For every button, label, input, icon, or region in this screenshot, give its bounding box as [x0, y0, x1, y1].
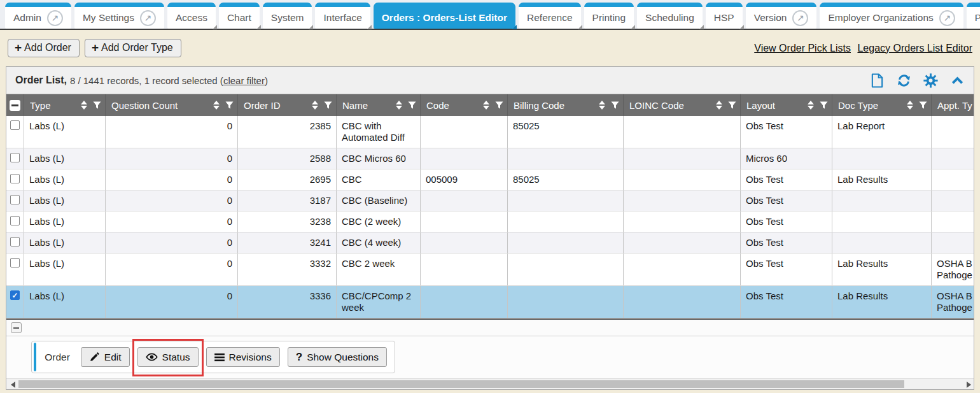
filter-icon[interactable]: [611, 101, 619, 110]
table-cell: [932, 232, 974, 253]
tab-chart[interactable]: Chart: [219, 3, 260, 29]
external-link-icon[interactable]: ↗: [140, 10, 156, 26]
sort-icon[interactable]: [396, 101, 402, 110]
filter-icon[interactable]: [324, 101, 332, 110]
select-all-checkbox[interactable]: [6, 94, 24, 116]
horizontal-scrollbar[interactable]: [6, 378, 974, 389]
column-header-doc-type[interactable]: Doc Type: [832, 94, 932, 116]
sort-icon[interactable]: [808, 101, 814, 110]
external-link-icon[interactable]: ↗: [792, 10, 808, 26]
tab-system[interactable]: System: [263, 3, 312, 29]
column-header-order-id[interactable]: Order ID: [238, 94, 337, 116]
tab-admin[interactable]: Admin↗: [5, 3, 71, 29]
add-order-type-button[interactable]: + Add Order Type: [85, 39, 181, 57]
filter-icon[interactable]: [93, 101, 101, 110]
revisions-button[interactable]: Revisions: [206, 347, 280, 367]
external-link-icon[interactable]: ↗: [939, 10, 955, 26]
orders-toolbar: + Add Order + Add Order Type View Order …: [0, 30, 980, 66]
scroll-left-icon[interactable]: [11, 382, 15, 388]
tab-hsp[interactable]: HSP: [706, 3, 743, 29]
column-label: Order ID: [244, 100, 309, 111]
table-cell: 2588: [238, 148, 337, 169]
filter-icon[interactable]: [495, 101, 503, 110]
column-header-loinc-code[interactable]: LOINC Code: [624, 94, 741, 116]
column-label: LOINC Code: [629, 100, 713, 111]
row-checkbox[interactable]: [10, 174, 20, 183]
indeterminate-checkbox-icon[interactable]: [10, 100, 20, 111]
tab-version[interactable]: Version↗: [746, 3, 817, 29]
table-row[interactable]: Labs (L)02695CBC00500985025Obs TestLab R…: [6, 169, 974, 190]
status-button[interactable]: Status: [137, 347, 199, 367]
sort-icon[interactable]: [599, 101, 605, 110]
scrollbar-thumb[interactable]: [18, 380, 904, 388]
tab-orders-orders-list-editor[interactable]: Orders : Orders-List Editor: [374, 3, 515, 29]
row-checkbox[interactable]: ✓: [10, 290, 20, 300]
table-cell: 0: [106, 211, 238, 232]
column-header-billing-code[interactable]: Billing Code: [508, 94, 624, 116]
table-row[interactable]: Labs (L)03332CBC 2 weekObs TestLab Resul…: [6, 254, 974, 286]
sort-icon[interactable]: [907, 101, 913, 110]
sort-icon[interactable]: [483, 101, 489, 110]
column-header-layout[interactable]: Layout: [741, 94, 832, 116]
external-link-icon[interactable]: ↗: [47, 10, 63, 26]
table-cell: Labs (L): [24, 232, 106, 253]
row-checkbox[interactable]: [10, 195, 20, 204]
gear-icon[interactable]: [923, 73, 938, 88]
tab-scheduling[interactable]: Scheduling: [637, 3, 703, 29]
show-questions-button-wrap: ?Show Questions: [288, 347, 387, 367]
table-row[interactable]: Labs (L)03241CBC (4 week)Obs Test: [6, 232, 974, 254]
table-cell: OSHA B Pathoge: [932, 286, 974, 318]
column-header-type[interactable]: Type: [24, 94, 106, 116]
filter-icon[interactable]: [225, 101, 234, 110]
collapse-detail-icon[interactable]: [11, 322, 22, 333]
table-row[interactable]: Labs (L)02588CBC Micros 60Micros 60: [6, 148, 974, 169]
tab-printing[interactable]: Printing: [584, 3, 634, 29]
tab-reference[interactable]: Reference: [519, 3, 581, 29]
order-table-body: Labs (L)02385CBC with Automated Diff8502…: [6, 116, 974, 320]
refresh-icon[interactable]: [897, 73, 911, 88]
column-header-question-count[interactable]: Question Count: [106, 94, 238, 116]
table-cell: [932, 116, 974, 148]
clear-filter-link[interactable]: clear filter: [223, 75, 265, 86]
filter-icon[interactable]: [919, 101, 927, 110]
tab-employer-organizations[interactable]: Employer Organizations↗: [820, 3, 963, 29]
view-order-pick-lists-link[interactable]: View Order Pick Lists: [754, 43, 851, 54]
tab-interface[interactable]: Interface: [315, 3, 370, 29]
table-row[interactable]: Labs (L)03187CBC (Baseline)Obs Test: [6, 190, 974, 211]
column-header-code[interactable]: Code: [421, 94, 508, 116]
add-order-button[interactable]: + Add Order: [8, 39, 80, 57]
row-checkbox[interactable]: [10, 237, 20, 247]
legacy-orders-list-editor-link[interactable]: Legacy Orders List Editor: [857, 43, 972, 54]
row-checkbox-cell: [6, 232, 24, 253]
order-actions-panel: Order EditStatusRevisions?Show Questions: [31, 341, 395, 373]
edit-button[interactable]: Edit: [81, 347, 130, 367]
table-row[interactable]: Labs (L)03238CBC (2 week)Obs Test: [6, 211, 974, 232]
sort-icon[interactable]: [312, 101, 318, 110]
sort-icon[interactable]: [716, 101, 722, 110]
row-checkbox[interactable]: [10, 120, 20, 130]
table-cell: [508, 254, 624, 285]
filter-icon[interactable]: [408, 101, 416, 110]
tab-my-settings[interactable]: My Settings↗: [74, 3, 164, 29]
row-checkbox[interactable]: [10, 216, 20, 225]
new-document-icon[interactable]: [870, 73, 885, 88]
collapse-panel-icon[interactable]: [950, 73, 965, 88]
tab-access[interactable]: Access: [167, 3, 216, 29]
column-label: Layout: [746, 100, 805, 111]
sort-icon[interactable]: [213, 101, 220, 110]
table-row[interactable]: ✓Labs (L)03336CBC/CPComp 2 weekObs TestL…: [6, 286, 974, 318]
row-checkbox[interactable]: [10, 258, 20, 268]
sort-icon[interactable]: [81, 101, 87, 110]
tab-provider-management[interactable]: Provider Management↗: [967, 3, 980, 29]
column-header-name[interactable]: Name: [337, 94, 421, 116]
table-cell: Obs Test: [741, 286, 832, 318]
row-checkbox[interactable]: [10, 153, 20, 162]
scroll-right-icon[interactable]: [967, 382, 971, 388]
table-cell: [932, 211, 974, 232]
show-questions-button[interactable]: ?Show Questions: [288, 347, 387, 367]
table-row[interactable]: Labs (L)02385CBC with Automated Diff8502…: [6, 116, 974, 148]
filter-icon[interactable]: [728, 101, 736, 110]
column-header-appt-ty[interactable]: Appt. Ty: [932, 94, 974, 116]
table-cell: Obs Test: [741, 169, 832, 190]
filter-icon[interactable]: [820, 101, 828, 110]
